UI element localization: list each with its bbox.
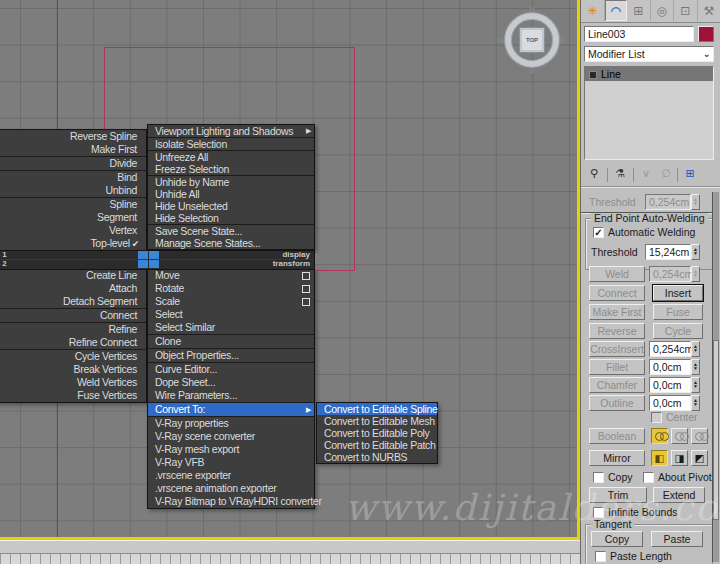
tangent-paste-button[interactable]: Paste [651,531,703,547]
outline-spinner[interactable]: ▲▼ [691,395,700,411]
modifier-list-dropdown[interactable]: Modifier List ⌄ [584,46,714,62]
menu-item[interactable]: Convert To:▶ [148,402,314,416]
object-name-input[interactable]: Line003 [584,26,694,42]
menu-item[interactable]: Clone [148,334,314,348]
fillet-spinner[interactable]: ▲▼ [691,359,700,375]
settings-box-icon[interactable] [302,272,310,280]
viewcube[interactable]: TOP N S W E [498,6,566,74]
menu-item[interactable]: Select [148,308,314,321]
menu-item[interactable]: Hide Unselected [148,200,314,212]
menu-item[interactable]: Break Vertices [0,363,146,376]
mirror-button[interactable]: Mirror [589,450,645,466]
menu-item[interactable]: V-Ray VFB [148,456,314,469]
viewcube-top-face[interactable]: TOP [519,27,545,53]
menu-item[interactable]: Convert to Editable Patch [317,439,437,451]
menu-item[interactable]: Cycle Vertices [0,349,146,363]
cross-insert-spinner[interactable]: ▲▼ [691,341,700,357]
menu-item[interactable]: Bind [0,170,146,184]
outline-field[interactable]: 0,0cm [649,395,691,411]
menu-item[interactable]: Convert to Editable Poly [317,427,437,439]
trim-button[interactable]: Trim [589,487,647,503]
panel-scrollbar-thumb[interactable] [713,340,719,520]
mirror-copy-checkbox[interactable] [593,472,604,483]
menu-item[interactable]: Connect [0,308,146,322]
extend-button[interactable]: Extend [653,487,705,503]
chamfer-spinner[interactable]: ▲▼ [691,377,700,393]
chamfer-field[interactable]: 0,0cm [649,377,691,393]
automatic-welding-checkbox[interactable]: ✓ [593,227,604,238]
menu-item[interactable]: Fuse Vertices [0,389,146,402]
menu-item[interactable]: Move [148,269,314,282]
menu-item[interactable]: Select Similar [148,321,314,334]
tab-create[interactable]: ✳ [581,0,605,21]
threshold-spinner[interactable]: ▲▼ [691,244,700,260]
menu-item[interactable]: .vrscene animation exporter [148,482,314,495]
settings-box-icon[interactable] [302,298,310,306]
menu-item[interactable]: Refine Connect [0,336,146,349]
about-pivot-checkbox[interactable] [643,472,654,483]
menu-item[interactable]: Spline [0,197,146,211]
menu-item[interactable]: Viewport Lighting and Shadows▶ [148,125,314,137]
menu-item[interactable]: Top-level✔ [0,237,146,250]
timeline-ruler[interactable] [0,553,580,564]
menu-item[interactable]: Scale [148,295,314,308]
menu-item[interactable]: Convert to NURBS [317,451,437,463]
paste-length-checkbox[interactable] [595,551,606,562]
menu-item[interactable]: Object Properties... [148,348,314,362]
menu-item[interactable]: Attach [0,282,146,295]
menu-item[interactable]: Save Scene State... [148,224,314,237]
settings-box-icon[interactable] [302,285,310,293]
cross-insert-field[interactable]: 0,254cm [649,341,691,357]
object-color-swatch[interactable] [698,26,714,42]
menu-item[interactable]: Rotate [148,282,314,295]
quad-header-row-1[interactable]: tools 1 display [0,251,314,260]
quad-header-row-2[interactable]: tools 2 transform [0,260,314,268]
menu-item[interactable]: V-Ray properties [148,416,314,430]
menu-item[interactable]: Weld Vertices [0,376,146,389]
pin-stack-icon[interactable]: ⚲ [585,167,603,183]
tab-utilities[interactable]: ⚒ [698,0,720,21]
panel-scrollbar[interactable] [712,192,719,562]
menu-item[interactable]: V-Ray Bitmap to VRayHDRI converter [148,495,314,508]
stack-item-line[interactable]: Line [585,67,713,81]
menu-item[interactable]: Vertex [0,224,146,237]
tangent-copy-button[interactable]: Copy [591,531,643,547]
tab-motion[interactable]: ◎ [651,0,675,21]
menu-item[interactable]: Reverse Spline [0,130,146,143]
menu-item[interactable]: Hide Selection [148,212,314,224]
menu-item[interactable]: Detach Segment [0,295,146,308]
menu-item[interactable]: .vrscene exporter [148,469,314,482]
tab-modify[interactable]: ◠ [605,0,628,21]
menu-item[interactable]: Make First [0,143,146,156]
menu-item[interactable]: Convert to Editable Spline [317,403,437,415]
tab-hierarchy[interactable]: ⊞ [627,0,651,21]
menu-item[interactable]: Segment [0,211,146,224]
menu-item[interactable]: Unhide by Name [148,175,314,188]
menu-item[interactable]: Wire Parameters... [148,389,314,402]
track-bar[interactable] [0,540,580,564]
menu-item[interactable]: Unbind [0,184,146,197]
menu-item[interactable]: Refine [0,322,146,336]
configure-modifier-sets-icon[interactable]: ⊞ [681,167,699,183]
fillet-field[interactable]: 0,0cm [649,359,691,375]
show-end-result-icon[interactable]: ⚗ [611,167,629,183]
menu-item[interactable]: Manage Scene States... [148,237,314,249]
menu-item[interactable]: V-Ray scene converter [148,430,314,443]
tab-display[interactable]: ⊡ [674,0,698,21]
menu-item[interactable]: V-Ray mesh export [148,443,314,456]
menu-item[interactable]: Freeze Selection [148,163,314,175]
menu-item[interactable]: Dope Sheet... [148,376,314,389]
mirror-vertical-icon[interactable]: ◨ [671,450,688,466]
infinite-bounds-checkbox[interactable] [593,507,604,518]
menu-item[interactable]: Isolate Selection [148,137,314,150]
mirror-both-icon[interactable]: ◩ [691,450,708,466]
menu-item[interactable]: Create Line [0,269,146,282]
menu-item[interactable]: Unfreeze All [148,150,314,163]
menu-item[interactable]: Divide [0,156,146,170]
menu-item[interactable]: Curve Editor... [148,362,314,376]
insert-button[interactable]: Insert [653,285,703,301]
mirror-horizontal-icon[interactable]: ◧ [651,450,668,466]
menu-item[interactable]: Unhide All [148,188,314,200]
menu-item[interactable]: Convert to Editable Mesh [317,415,437,427]
threshold-field[interactable]: 15,24cm [645,244,691,260]
